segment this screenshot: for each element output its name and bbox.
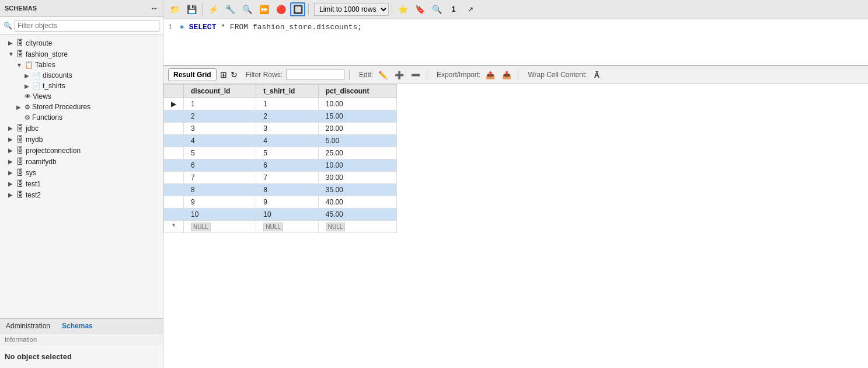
- import-icon[interactable]: 📥: [500, 69, 513, 81]
- export-icon[interactable]: 📤: [484, 69, 497, 81]
- cell-pct_discount[interactable]: 25.00: [318, 147, 396, 159]
- tree-item-fashion-store[interactable]: ▼ 🗄 fashion_store: [0, 48, 163, 60]
- cell-pct_discount[interactable]: 35.00: [318, 184, 396, 196]
- result-grid-tab[interactable]: Result Grid: [168, 68, 217, 81]
- table-row[interactable]: 3320.00: [164, 123, 397, 135]
- filter-input[interactable]: [15, 20, 159, 32]
- stop-button[interactable]: 🔴: [273, 2, 288, 16]
- sql-query[interactable]: SELECT * FROM fashion_store.discounts;: [189, 23, 362, 61]
- tree-item-functions[interactable]: ⚙ Functions: [0, 112, 163, 123]
- execute-button[interactable]: ⚡: [205, 2, 221, 16]
- cell-pct_discount[interactable]: 15.00: [318, 110, 396, 123]
- cell-t_shirt_id[interactable]: 8: [256, 184, 318, 196]
- row-arrow: [164, 110, 184, 123]
- table-row[interactable]: 2215.00: [164, 110, 397, 123]
- bookmark-button[interactable]: 🔖: [412, 2, 427, 16]
- table-row[interactable]: 6610.00: [164, 159, 397, 172]
- table-row[interactable]: 101045.00: [164, 209, 397, 221]
- cell-t_shirt_id[interactable]: 6: [256, 159, 318, 172]
- cell-t_shirt_id[interactable]: 7: [256, 172, 318, 184]
- tree-item-sys[interactable]: ▶ 🗄 sys: [0, 167, 163, 178]
- refresh-icon[interactable]: ↻: [231, 70, 238, 79]
- cell-discount_id[interactable]: 5: [184, 147, 256, 159]
- limit-dropdown[interactable]: Limit to 1000 rows Limit to 100 rows No …: [314, 3, 389, 16]
- search-button[interactable]: 🔍: [429, 2, 444, 16]
- stop-current-button[interactable]: ⏩: [256, 2, 271, 16]
- edit-pencil-icon[interactable]: ✏️: [377, 69, 389, 81]
- table-row[interactable]: ▶1110.00: [164, 98, 397, 110]
- tree-item-test1[interactable]: ▶ 🗄 test1: [0, 178, 163, 189]
- cell-discount_id[interactable]: 9: [184, 196, 256, 209]
- col-header-arrow: [164, 85, 184, 98]
- tree-item-projectconnection[interactable]: ▶ 🗄 projectconnection: [0, 145, 163, 156]
- wrap-cell-label: Wrap Cell Content:: [528, 71, 587, 79]
- label-projectconnection: projectconnection: [26, 147, 81, 155]
- table-row[interactable]: 7730.00: [164, 172, 397, 184]
- cell-discount_id[interactable]: 6: [184, 159, 256, 172]
- tree-item-jdbc[interactable]: ▶ 🗄 jdbc: [0, 123, 163, 134]
- tab-schemas[interactable]: Schemas: [56, 319, 99, 333]
- table-row[interactable]: 8835.00: [164, 184, 397, 196]
- table-new-row[interactable]: *NULLNULLNULL: [164, 221, 397, 233]
- open-folder-button[interactable]: 📁: [167, 2, 182, 16]
- cell-t_shirt_id[interactable]: 4: [256, 135, 318, 147]
- cell-pct_discount[interactable]: 45.00: [318, 209, 396, 221]
- schemas-toggle-icon[interactable]: ↔: [150, 4, 158, 13]
- cell-t_shirt_id[interactable]: 3: [256, 123, 318, 135]
- star-button[interactable]: ⭐: [395, 2, 410, 16]
- cell-discount_id[interactable]: 7: [184, 172, 256, 184]
- sql-editor[interactable]: 1 ● SELECT * FROM fashion_store.discount…: [163, 19, 868, 66]
- cell-t_shirt_id[interactable]: 9: [256, 196, 318, 209]
- cell-null-pct_discount[interactable]: NULL: [318, 221, 396, 233]
- table-row[interactable]: 445.00: [164, 135, 397, 147]
- arrow-test2: ▶: [8, 192, 16, 198]
- edit-plus-icon[interactable]: ➕: [393, 69, 406, 81]
- cell-pct_discount[interactable]: 5.00: [318, 135, 396, 147]
- cell-pct_discount[interactable]: 40.00: [318, 196, 396, 209]
- filter-rows-input[interactable]: [286, 70, 344, 80]
- execute-current-button[interactable]: 🔧: [222, 2, 238, 16]
- cell-pct_discount[interactable]: 20.00: [318, 123, 396, 135]
- export-button[interactable]: ↗: [463, 2, 478, 16]
- cell-discount_id[interactable]: 4: [184, 135, 256, 147]
- left-panel: SCHEMAS ↔ 🔍 ▶ 🗄 cityroute ▼ 🗄 fashion_st…: [0, 0, 163, 368]
- explain-button[interactable]: 🔍: [239, 2, 255, 16]
- tree-item-discounts[interactable]: ▶ 📄 discounts: [0, 70, 163, 81]
- wrap-icon[interactable]: Ā: [591, 69, 604, 81]
- cell-t_shirt_id[interactable]: 5: [256, 147, 318, 159]
- cell-discount_id[interactable]: 8: [184, 184, 256, 196]
- cell-t_shirt_id[interactable]: 1: [256, 98, 318, 110]
- cell-discount_id[interactable]: 2: [184, 110, 256, 123]
- tree-item-views[interactable]: 👁 Views: [0, 91, 163, 102]
- table-row[interactable]: 9940.00: [164, 196, 397, 209]
- cell-pct_discount[interactable]: 10.00: [318, 159, 396, 172]
- tree-item-cityroute[interactable]: ▶ 🗄 cityroute: [0, 37, 163, 48]
- cell-t_shirt_id[interactable]: 2: [256, 110, 318, 123]
- label-sys: sys: [26, 169, 36, 177]
- execute-all-button[interactable]: 🔲: [290, 2, 305, 16]
- tree-item-test2[interactable]: ▶ 🗄 test2: [0, 189, 163, 200]
- cell-discount_id[interactable]: 10: [184, 209, 256, 221]
- cell-pct_discount[interactable]: 30.00: [318, 172, 396, 184]
- cell-discount_id[interactable]: 1: [184, 98, 256, 110]
- cell-null-t_shirt_id[interactable]: NULL: [256, 221, 318, 233]
- row-arrow: [164, 123, 184, 135]
- table-row[interactable]: 5525.00: [164, 147, 397, 159]
- format-button[interactable]: 1: [446, 2, 461, 16]
- tab-administration[interactable]: Administration: [0, 319, 56, 333]
- tree-item-roamifydb[interactable]: ▶ 🗄 roamifydb: [0, 156, 163, 167]
- tree-item-stored-procedures[interactable]: ▶ ⚙ Stored Procedures: [0, 102, 163, 112]
- row-arrow: [164, 172, 184, 184]
- cell-discount_id[interactable]: 3: [184, 123, 256, 135]
- toolbar-divider-2: [308, 4, 309, 15]
- filter-box: 🔍: [0, 17, 163, 35]
- cell-pct_discount[interactable]: 10.00: [318, 98, 396, 110]
- tree-item-tshirts[interactable]: ▶ 📄 t_shirts: [0, 81, 163, 91]
- cell-null-discount_id[interactable]: NULL: [184, 221, 256, 233]
- cell-t_shirt_id[interactable]: 10: [256, 209, 318, 221]
- db-icon-fashion-store: 🗄: [16, 50, 24, 58]
- save-button[interactable]: 💾: [184, 2, 199, 16]
- tree-item-mydb[interactable]: ▶ 🗄 mydb: [0, 134, 163, 145]
- edit-minus-icon[interactable]: ➖: [409, 69, 422, 81]
- tree-item-tables[interactable]: ▼ 📋 Tables: [0, 60, 163, 70]
